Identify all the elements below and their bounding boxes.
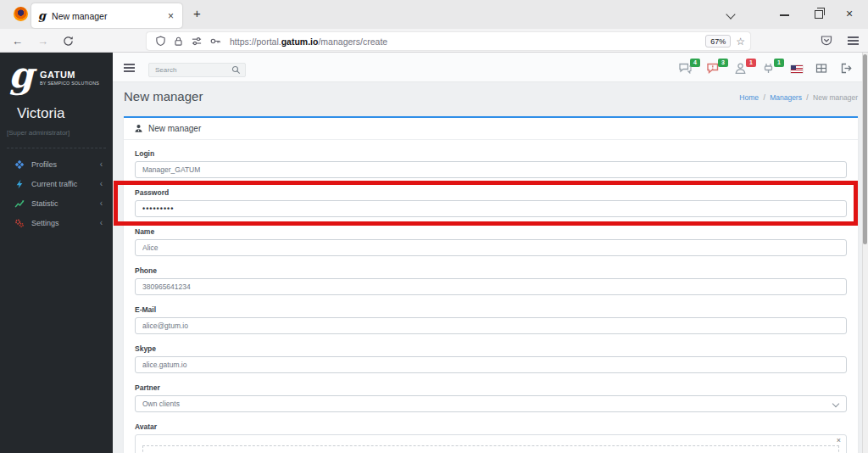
sidebar-toggle-icon[interactable] (124, 64, 135, 65)
connection-icon (763, 63, 774, 74)
main-content: New manager Home / Managers / New manage… (113, 82, 862, 453)
field-avatar: Avatar × (135, 422, 847, 453)
card-header: New manager (124, 118, 858, 140)
zoom-level-chip[interactable]: 67% (705, 35, 731, 48)
window-minimize-button[interactable] (780, 14, 789, 16)
pocket-icon[interactable] (821, 35, 832, 46)
search-icon[interactable] (231, 65, 241, 75)
password-input[interactable] (135, 200, 847, 217)
manager-user-icon (134, 124, 143, 133)
phone-label: Phone (135, 266, 847, 275)
email-label: E-Mail (135, 305, 847, 314)
name-input[interactable] (135, 239, 847, 256)
language-flag-us-icon[interactable] (791, 65, 803, 73)
tab-close-icon[interactable]: × (166, 10, 175, 22)
forward-button[interactable]: → (37, 35, 48, 48)
sidebar-item-label: Current traffic (31, 180, 77, 188)
brand-tagline: BY SEMPICO SOLUTIONS (40, 81, 99, 86)
breadcrumb-managers-link[interactable]: Managers (770, 93, 802, 102)
sidebar-divider (7, 148, 106, 148)
sidebar-item-settings[interactable]: Settings ‹ (0, 213, 113, 232)
url-domain: gatum.io (281, 36, 319, 47)
sidebar: g GATUM BY SEMPICO SOLUTIONS Victoria [S… (0, 53, 113, 453)
field-name: Name (135, 227, 847, 256)
screen: g New manager × + × ← → (0, 0, 868, 453)
connections-button[interactable]: 1 (763, 61, 778, 75)
browser-titlebar: g New manager × + × (0, 0, 868, 29)
search-box[interactable] (148, 63, 246, 77)
partner-selected-value: Own clients (142, 400, 180, 408)
grid-apps-icon[interactable] (815, 63, 827, 74)
bookmark-star-icon[interactable]: ☆ (736, 36, 745, 48)
sidebar-item-current-traffic[interactable]: Current traffic ‹ (0, 174, 113, 193)
firefox-logo-icon[interactable] (14, 7, 28, 21)
card-body: Login Password Name Phone E-Mail (124, 140, 858, 453)
logout-icon[interactable] (840, 63, 852, 74)
phone-input[interactable] (135, 278, 847, 295)
chats-button[interactable]: 4 (679, 61, 694, 75)
user-role: [Super administrator] (7, 129, 70, 137)
email-input[interactable] (135, 317, 847, 334)
shield-icon[interactable] (155, 36, 166, 47)
url-text: https://portal.gatum.io/managers/create (230, 36, 705, 47)
breadcrumb-separator: / (763, 93, 765, 102)
statistic-icon (14, 199, 25, 209)
password-label: Password (135, 188, 847, 197)
sidebar-item-label: Statistic (31, 199, 58, 208)
skype-label: Skype (135, 344, 847, 353)
avatar-dropzone[interactable] (142, 445, 839, 453)
chevron-left-icon: ‹ (100, 199, 103, 208)
lock-icon[interactable] (173, 36, 184, 47)
partner-select[interactable]: Own clients (135, 395, 847, 412)
alerts-badge: 3 (718, 59, 728, 67)
breadcrumb-current: New manager (813, 93, 858, 102)
browser-menu-icon[interactable] (848, 36, 859, 38)
managers-button[interactable]: 1 (735, 61, 750, 75)
sidebar-item-profiles[interactable]: Profiles ‹ (0, 154, 113, 174)
brand-name: GATUM (40, 70, 75, 80)
user-icon (735, 63, 746, 74)
alerts-button[interactable]: 3 (707, 61, 722, 75)
scrollbar-thumb[interactable] (863, 54, 867, 244)
breadcrumb-separator: / (806, 93, 808, 102)
tab-list-chevron-icon[interactable] (726, 9, 735, 19)
profiles-icon (14, 159, 25, 170)
skype-input[interactable] (135, 356, 847, 373)
back-button[interactable]: ← (12, 35, 23, 48)
chevron-left-icon: ‹ (100, 179, 103, 188)
login-input[interactable] (135, 161, 847, 178)
app-topbar: 4 3 1 (113, 53, 868, 82)
field-email: E-Mail (135, 305, 847, 334)
page-title: New manager (124, 89, 203, 103)
card-title: New manager (148, 124, 201, 133)
search-input[interactable] (153, 65, 231, 75)
field-password: Password (135, 188, 847, 217)
field-skype: Skype (135, 344, 847, 373)
chevron-left-icon: ‹ (100, 159, 103, 169)
avatar-label: Avatar (135, 422, 847, 431)
avatar-clear-icon[interactable]: × (837, 436, 841, 445)
topbar-icons: 4 3 1 (679, 61, 852, 75)
reload-icon[interactable] (63, 36, 74, 47)
url-bar[interactable]: https://portal.gatum.io/managers/create … (147, 32, 750, 50)
window-restore-button[interactable] (815, 10, 823, 19)
gatum-logo-icon: g (8, 58, 33, 93)
new-tab-button[interactable]: + (193, 6, 201, 20)
name-label: Name (135, 227, 847, 236)
sidebar-item-statistic[interactable]: Statistic ‹ (0, 193, 113, 213)
managers-badge: 1 (746, 59, 756, 67)
chevron-left-icon: ‹ (100, 218, 103, 227)
field-phone: Phone (135, 266, 847, 295)
url-path: /managers/create (318, 36, 387, 47)
key-icon[interactable] (209, 36, 221, 47)
partner-label: Partner (135, 383, 847, 392)
breadcrumb-home-link[interactable]: Home (739, 93, 759, 102)
user-name: Victoria (17, 105, 64, 122)
avatar-upload-box[interactable]: × (135, 434, 847, 453)
field-login: Login (135, 149, 847, 178)
permissions-sliders-icon[interactable] (191, 36, 203, 47)
window-close-button[interactable]: × (846, 7, 853, 20)
browser-tab[interactable]: g New manager × (31, 3, 182, 28)
sidebar-item-label: Settings (31, 219, 59, 227)
tab-title: New manager (52, 11, 166, 21)
